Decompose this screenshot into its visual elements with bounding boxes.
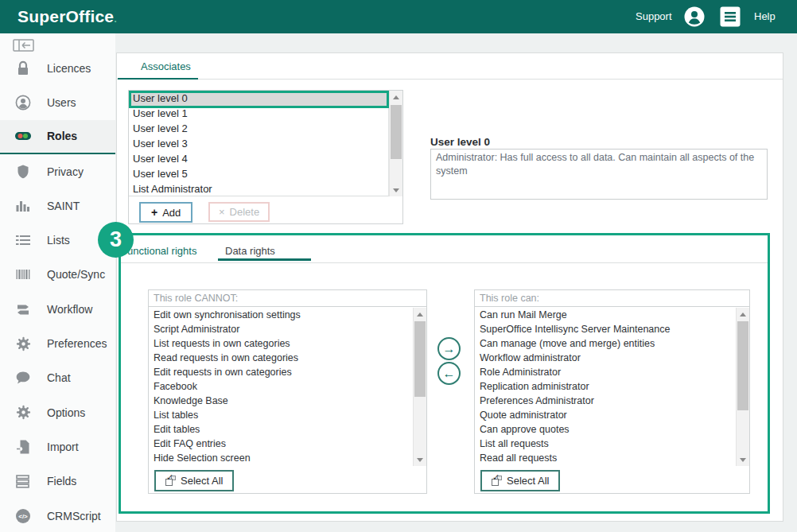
select-all-can-button[interactable]: ✓ Select All (480, 470, 560, 491)
move-right-icon[interactable]: → (437, 337, 461, 360)
sidebar-item-crmscript[interactable]: </> CRMScript (0, 499, 115, 532)
signpost-icon (14, 301, 32, 317)
sidebar-item-import[interactable]: Import (0, 429, 115, 464)
annotation-step-badge: 3 (98, 222, 134, 258)
cannot-item-facebook[interactable]: Facebook (149, 379, 413, 394)
sidebar-item-chat[interactable]: Chat (0, 361, 115, 395)
can-scrollbar[interactable] (736, 308, 749, 466)
delete-role-button[interactable]: ×Delete (208, 202, 270, 222)
cannot-listbox: Edit own synchronisation settingsScript … (149, 308, 413, 466)
can-item-read-all-requests[interactable]: Read all requests (475, 451, 736, 465)
cannot-item-edit-own-synchronisation-settings[interactable]: Edit own synchronisation settings (149, 308, 413, 322)
can-item-replication-administrator[interactable]: Replication administrator (475, 379, 736, 394)
support-link[interactable]: Support (636, 0, 672, 33)
scrollbar-thumb[interactable] (414, 321, 426, 397)
tab-associates[interactable]: Associates (141, 60, 191, 72)
list-icon (14, 232, 32, 248)
sidebar-item-fields[interactable]: Fields (0, 464, 115, 499)
scroll-down-icon[interactable] (414, 453, 426, 466)
role-can-panel: This role can: Can run Mail MergeSuperOf… (474, 289, 750, 494)
select-all-cannot-button[interactable]: ✓ Select All (154, 470, 234, 491)
cannot-item-list-tables[interactable]: List tables (149, 408, 413, 422)
can-item-role-administrator[interactable]: Role Administrator (475, 365, 736, 379)
sidebar-item-licences[interactable]: Licences (0, 51, 115, 85)
lock-icon (14, 60, 32, 76)
can-item-can-manage-move-and-merge-entities[interactable]: Can manage (move and merge) entities (475, 336, 736, 351)
sidebar-item-workflow[interactable]: Workflow (0, 292, 115, 326)
sidebar-item-privacy[interactable]: Privacy (0, 154, 115, 188)
move-left-icon[interactable]: ← (437, 362, 461, 385)
cannot-item-edit-requests-in-own-categories[interactable]: Edit requests in own categories (149, 365, 413, 379)
cannot-item-hide-selection-screen[interactable]: Hide Selection screen (149, 451, 413, 465)
cannot-list-header: This role CANNOT: (149, 290, 426, 307)
scrollbar-thumb[interactable] (737, 321, 748, 410)
menu-icon[interactable] (720, 6, 741, 27)
scroll-down-icon[interactable] (390, 184, 402, 196)
scroll-up-icon[interactable] (390, 91, 402, 103)
role-option-user-level-1[interactable]: User level 1 (129, 106, 388, 121)
import-doc-icon (14, 439, 32, 455)
scroll-up-icon[interactable] (414, 308, 426, 320)
scroll-down-icon[interactable] (737, 453, 749, 466)
role-option-user-level-5[interactable]: User level 5 (129, 166, 388, 181)
scrollbar-thumb[interactable] (391, 105, 402, 159)
barcode-icon (14, 266, 32, 282)
user-icon (14, 95, 32, 111)
user-account-icon[interactable] (684, 6, 705, 27)
sidebar-item-roles[interactable]: Roles (0, 120, 115, 154)
can-listbox: Can run Mail MergeSuperOffice Intellisyn… (475, 308, 736, 466)
add-role-button[interactable]: +Add (139, 202, 192, 223)
can-item-preferences-administrator[interactable]: Preferences Administrator (475, 394, 736, 408)
superoffice-admin-window: SuperOffice. Support Help Licences Users… (0, 0, 797, 532)
sidebar-item-users[interactable]: Users (0, 85, 115, 119)
roles-toggle-icon (14, 128, 32, 144)
roles-button-row: +Add ×Delete (129, 197, 402, 224)
scroll-up-icon[interactable] (737, 308, 749, 320)
roles-listbox: User level 0User level 1User level 2User… (129, 91, 389, 196)
can-item-can-run-mail-merge[interactable]: Can run Mail Merge (475, 308, 736, 322)
role-option-user-level-4[interactable]: User level 4 (129, 151, 388, 166)
sidebar-item-preferences[interactable]: Preferences (0, 326, 115, 360)
can-item-workflow-administrator[interactable]: Workflow administrator (475, 351, 736, 365)
can-list-header: This role can: (475, 290, 749, 307)
can-item-list-all-requests[interactable]: List all requests (475, 437, 736, 451)
top-bar: SuperOffice. Support Help (0, 0, 797, 33)
cannot-scrollbar[interactable] (413, 308, 426, 466)
x-icon: × (219, 206, 225, 218)
superoffice-logo: SuperOffice. (17, 0, 117, 33)
gear-icon (14, 336, 32, 351)
associates-tab-bar: Associates (117, 53, 783, 80)
code-icon: </> (14, 508, 32, 524)
cannot-item-edit-tables[interactable]: Edit tables (149, 422, 413, 437)
role-option-list-administrator[interactable]: List Administrator (129, 181, 388, 196)
roles-scrollbar[interactable] (389, 91, 402, 196)
rows-icon (14, 473, 32, 489)
role-option-user-level-3[interactable]: User level 3 (129, 136, 388, 151)
logo-dot: . (114, 13, 117, 25)
tab-functional-rights[interactable]: Functional rights (121, 245, 196, 257)
cannot-item-edit-faq-entries[interactable]: Edit FAQ entries (149, 437, 413, 451)
sidebar-nav: Licences Users Roles Privacy SAINT Lists (0, 51, 115, 532)
functional-rights-tab-underline (218, 258, 311, 261)
cannot-item-list-requests-in-own-categories[interactable]: List requests in own categories (149, 336, 413, 351)
help-link[interactable]: Help (754, 0, 776, 33)
sidebar-item-options[interactable]: Options (0, 395, 115, 429)
can-item-can-approve-quotes[interactable]: Can approve quotes (475, 422, 736, 437)
role-description-field[interactable]: Administrator: Has full access to all da… (430, 149, 768, 200)
bar-chart-icon (14, 198, 32, 214)
can-item-quote-administrator[interactable]: Quote administrator (475, 408, 736, 422)
role-option-user-level-0[interactable]: User level 0 (129, 91, 388, 106)
associates-tab-underline (118, 78, 198, 80)
role-cannot-panel: This role CANNOT: Edit own synchronisati… (148, 289, 427, 494)
sidebar: Licences Users Roles Privacy SAINT Lists (0, 33, 115, 532)
cannot-item-read-requests-in-own-categories[interactable]: Read requests in own categories (149, 351, 413, 365)
cannot-item-knowledge-base[interactable]: Knowledge Base (149, 394, 413, 408)
role-option-user-level-2[interactable]: User level 2 (129, 121, 388, 136)
svg-text:</>: </> (18, 513, 28, 520)
can-item-superoffice-intellisync-server-maintenance[interactable]: SuperOffice Intellisync Server Maintenan… (475, 322, 736, 336)
cannot-item-script-administrator[interactable]: Script Administrator (149, 322, 413, 336)
sidebar-item-quote-sync[interactable]: Quote/Sync (0, 258, 115, 292)
sidebar-item-saint[interactable]: SAINT (0, 188, 115, 223)
plus-icon: + (151, 206, 157, 219)
tab-data-rights[interactable]: Data rights (225, 245, 275, 257)
